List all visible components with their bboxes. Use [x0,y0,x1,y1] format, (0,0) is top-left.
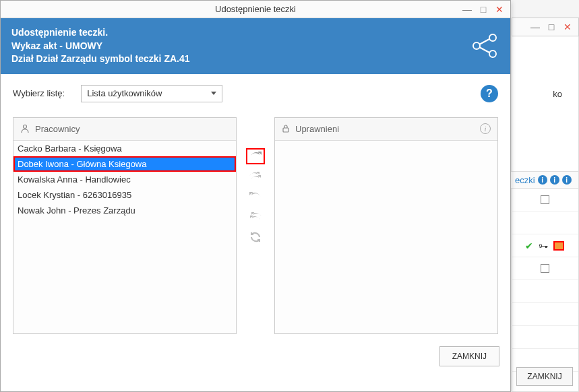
person-icon [20,124,30,133]
list-item[interactable]: Nowak John - Prezes Zarządu [13,203,236,218]
table-row[interactable] [511,280,578,303]
lock-icon [282,124,290,133]
check-icon [525,240,533,251]
info-icon[interactable]: i [480,123,491,134]
bg-fragment-text: ko [553,89,562,99]
bg-col-label: eczki [515,175,535,185]
share-dialog: Udostępnienie teczki — □ ✕ Udostępnienie… [0,0,511,392]
list-selector-value: Lista użytkowników [87,88,162,98]
list-item[interactable]: Cacko Barbara - Księgowa [13,141,236,156]
list-item[interactable]: Kowalska Anna - Handlowiec [13,172,236,187]
move-all-left-button[interactable] [246,209,265,225]
bg-minimize-button[interactable]: — [527,20,543,34]
employees-list[interactable]: Cacko Barbara - Księgowa Dobek Iwona - G… [13,141,236,333]
info-icon: i [538,175,547,185]
list-item-selected[interactable]: Dobek Iwona - Główna Ksiegowa [13,156,236,172]
authorized-panel-title: Uprawnieni [295,124,339,134]
key-icon[interactable] [539,240,548,251]
help-button[interactable]: ? [481,85,498,102]
bg-column-header: eczki i i i [511,171,578,189]
table-row[interactable] [511,303,578,326]
info-icon: i [550,175,559,185]
table-row[interactable] [511,257,578,280]
list-selector-row: Wybierz listę: Lista użytkowników ? [13,85,498,102]
refresh-button[interactable] [246,229,265,245]
dialog-titlebar: Udostępnienie teczki — □ ✕ [1,1,510,18]
table-row[interactable] [511,211,578,234]
move-right-button[interactable] [246,148,265,164]
header-line3: Dział Dział Zarządu symbol teczki ZA.41 [11,53,190,66]
list-item[interactable]: Locek Krystian - 6263016935 [13,187,236,203]
checkbox[interactable] [541,195,549,204]
table-row[interactable] [511,326,578,349]
close-bottom-button[interactable]: ZAMKNIJ [439,346,499,366]
authorized-panel: Uprawnieni i [274,117,498,334]
share-folder-icon[interactable] [553,241,564,251]
dialog-header: Udostępnienie teczki. Wykaz akt - UMOWY … [1,18,510,74]
header-line1: Udostępnienie teczki. [11,26,190,40]
bg-close-bottom-button[interactable]: ZAMKNIJ [516,367,573,386]
dialog-title: Udostępnienie teczki [52,4,459,14]
svg-line-4 [479,47,489,53]
svg-rect-6 [283,128,288,132]
table-row[interactable] [511,234,578,257]
bg-close-button[interactable]: ✕ [559,20,576,34]
bg-window-body: ko eczki i i i ZAMKNIJ [512,36,579,392]
bg-rows [511,189,578,372]
list-selector-label: Wybierz listę: [13,88,65,98]
authorized-list[interactable] [275,141,497,333]
minimize-button[interactable]: — [459,3,475,16]
employees-panel-title: Pracownicy [35,124,80,134]
bg-window-titlebar: — □ ✕ [512,18,579,36]
svg-point-2 [489,51,496,57]
move-all-right-button[interactable] [246,168,265,185]
table-row[interactable] [511,189,578,211]
move-left-button[interactable] [246,189,265,205]
checkbox[interactable] [541,264,549,273]
employees-panel: Pracownicy Cacko Barbara - Księgowa Dobe… [13,117,237,334]
list-selector-dropdown[interactable]: Lista użytkowników [81,85,222,102]
dialog-footer: ZAMKNIJ [1,339,510,373]
svg-point-0 [489,34,496,41]
chevron-down-icon [211,92,216,95]
svg-point-5 [24,125,27,129]
close-button[interactable]: ✕ [491,3,508,16]
svg-line-3 [479,39,489,44]
transfer-buttons [242,117,269,334]
maximize-button[interactable]: □ [475,3,491,16]
svg-point-1 [473,42,480,49]
info-icon: i [562,175,572,185]
bg-maximize-button[interactable]: □ [543,20,559,34]
share-icon [470,31,499,61]
header-line2: Wykaz akt - UMOWY [11,40,190,53]
